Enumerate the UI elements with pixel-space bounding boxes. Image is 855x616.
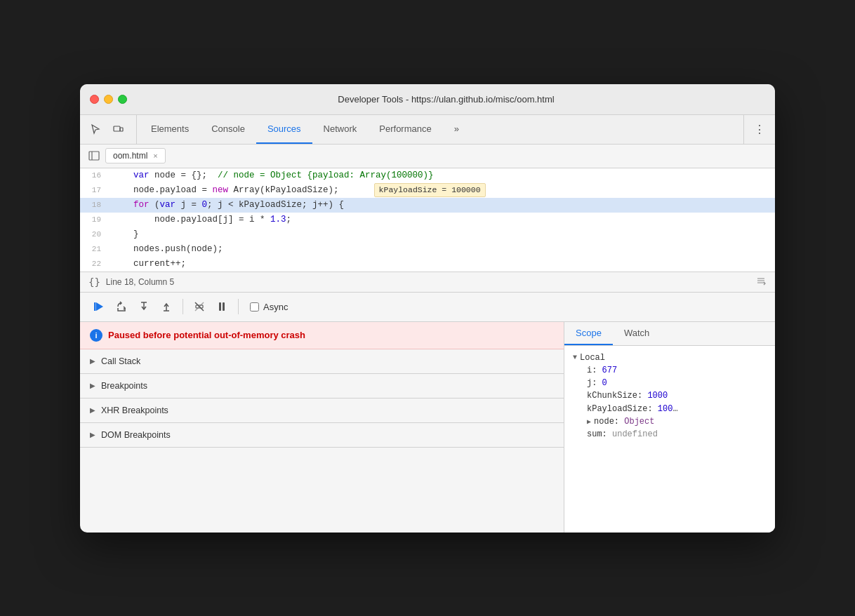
accordion-dom-breakpoints: ▶ DOM Breakpoints: [80, 423, 564, 448]
device-mode-icon[interactable]: [108, 119, 128, 139]
status-bar: {} Line 18, Column 5: [80, 272, 775, 293]
accordion-arrow-icon: ▶: [90, 382, 95, 389]
scope-local-label: Local: [580, 353, 605, 363]
scope-item-node: ▶node: Object: [573, 415, 767, 428]
tab-elements[interactable]: Elements: [140, 115, 200, 144]
tab-bar: Elements Console Sources Network Perform…: [80, 115, 775, 145]
accordion-call-stack-header[interactable]: ▶ Call Stack: [80, 349, 564, 373]
accordion-call-stack-label: Call Stack: [101, 356, 140, 366]
file-tab-bar: oom.html ×: [80, 145, 775, 168]
left-debug-panel: i Paused before potential out-of-memory …: [80, 322, 564, 533]
accordion-dom-breakpoints-label: DOM Breakpoints: [101, 430, 171, 440]
scope-item-kchunksize: kChunkSize: 1000: [573, 389, 767, 402]
tab-sources[interactable]: Sources: [256, 115, 312, 144]
line-number: 22: [80, 258, 110, 271]
pause-on-exceptions-button[interactable]: [211, 296, 232, 317]
code-line-19: 19 node.payload[j] = i * 1.3;: [80, 213, 775, 227]
line-number: 21: [80, 243, 110, 256]
line-number: 16: [80, 170, 110, 182]
tab-performance[interactable]: Performance: [368, 115, 442, 144]
svg-rect-1: [120, 128, 123, 131]
toolbar-separator-1: [183, 299, 183, 314]
step-into-button[interactable]: [133, 296, 154, 317]
scope-watch-tabs: Scope Watch: [564, 322, 775, 346]
debug-toolbar: Async: [80, 293, 775, 322]
window-title: Developer Tools - https://ulan.github.io…: [127, 94, 765, 105]
cursor-position: Line 18, Column 5: [106, 277, 174, 287]
close-button[interactable]: [90, 95, 99, 104]
toolbar-icons: [86, 115, 137, 144]
toolbar-separator-2: [238, 299, 239, 314]
accordion-breakpoints: ▶ Breakpoints: [80, 374, 564, 399]
main-tabs: Elements Console Sources Network Perform…: [140, 115, 743, 144]
code-line-20: 20 }: [80, 227, 775, 242]
tab-console[interactable]: Console: [200, 115, 256, 144]
format-icon[interactable]: {}: [88, 276, 100, 288]
accordion-arrow-icon: ▶: [90, 431, 95, 438]
accordion-xhr-breakpoints-label: XHR Breakpoints: [101, 406, 168, 415]
svg-rect-2: [89, 152, 99, 160]
step-out-button[interactable]: [156, 296, 177, 317]
file-tab-oom[interactable]: oom.html ×: [105, 148, 166, 163]
accordion-arrow-icon: ▶: [90, 406, 95, 414]
tab-scope[interactable]: Scope: [564, 322, 613, 345]
minimize-button[interactable]: [104, 95, 113, 104]
async-checkbox-group: Async: [250, 302, 288, 312]
devtools-window: Developer Tools - https://ulan.github.io…: [80, 84, 775, 533]
file-tab-close-icon[interactable]: ×: [153, 152, 157, 160]
line-number: 18: [80, 199, 110, 212]
tab-network[interactable]: Network: [312, 115, 369, 144]
code-line-18: 18 for (var j = 0; j < kPayloadSize; j++…: [80, 198, 775, 213]
file-tab-name: oom.html: [113, 151, 147, 161]
scope-local-header[interactable]: ▼ Local: [573, 351, 767, 364]
tab-bar-right: ⋮: [743, 115, 769, 144]
title-bar: Developer Tools - https://ulan.github.io…: [80, 84, 775, 115]
svg-rect-13: [219, 302, 221, 311]
oom-warning-text: Paused before potential out-of-memory cr…: [108, 330, 305, 340]
scope-expand-arrow: ▼: [573, 354, 577, 361]
code-line-17: 17 node.payload = new Array(kPayloadSize…: [80, 183, 775, 198]
traffic-lights: [90, 95, 127, 104]
scope-content: ▼ Local i: 677 j: 0 kChunkSize: 1000 kPa…: [564, 346, 775, 533]
sidebar-toggle-icon[interactable]: [86, 147, 102, 164]
code-line-21: 21 nodes.push(node);: [80, 242, 775, 257]
async-checkbox[interactable]: [250, 302, 259, 312]
line-number: 20: [80, 229, 110, 241]
code-editor[interactable]: 16 var node = {}; // node = Object {payl…: [80, 168, 775, 272]
tab-more[interactable]: »: [443, 115, 470, 144]
deactivate-breakpoints-button[interactable]: [189, 296, 210, 317]
step-over-button[interactable]: [111, 296, 132, 317]
svg-rect-0: [114, 126, 120, 131]
format-toggle-icon[interactable]: [755, 275, 767, 288]
code-line-16: 16 var node = {}; // node = Object {payl…: [80, 168, 775, 183]
accordion-xhr-breakpoints-header[interactable]: ▶ XHR Breakpoints: [80, 399, 564, 422]
bottom-panel: i Paused before potential out-of-memory …: [80, 322, 775, 533]
accordion-xhr-breakpoints: ▶ XHR Breakpoints: [80, 399, 564, 423]
oom-warning-banner: i Paused before potential out-of-memory …: [80, 322, 564, 349]
accordion-breakpoints-label: Breakpoints: [101, 381, 147, 391]
tab-watch[interactable]: Watch: [613, 322, 661, 345]
right-scope-panel: Scope Watch ▼ Local i: 677 j: 0: [564, 322, 775, 533]
svg-rect-5: [94, 302, 96, 311]
code-line-22: 22 current++;: [80, 257, 775, 272]
info-icon: i: [90, 329, 102, 342]
svg-marker-4: [96, 302, 103, 311]
maximize-button[interactable]: [118, 95, 127, 104]
scope-item-kpayloadsize: kPayloadSize: 100…: [573, 402, 767, 415]
cursor-icon[interactable]: [86, 119, 105, 139]
scope-item-i: i: 677: [573, 364, 767, 377]
scope-item-sum: sum: undefined: [573, 428, 767, 441]
accordion-breakpoints-header[interactable]: ▶ Breakpoints: [80, 374, 564, 398]
line-number: 17: [80, 185, 110, 197]
devtools-menu-icon[interactable]: ⋮: [750, 119, 769, 139]
scope-item-j: j: 0: [573, 377, 767, 389]
accordion-call-stack: ▶ Call Stack: [80, 349, 564, 374]
accordion-arrow-icon: ▶: [90, 357, 95, 365]
resume-button[interactable]: [88, 296, 110, 317]
line-number: 19: [80, 214, 110, 227]
variable-tooltip: kPayloadSize = 100000: [374, 183, 486, 197]
async-label: Async: [263, 302, 288, 312]
accordion-dom-breakpoints-header[interactable]: ▶ DOM Breakpoints: [80, 423, 564, 447]
svg-rect-14: [223, 302, 225, 311]
scope-local-group: ▼ Local i: 677 j: 0 kChunkSize: 1000 kPa…: [573, 351, 767, 441]
